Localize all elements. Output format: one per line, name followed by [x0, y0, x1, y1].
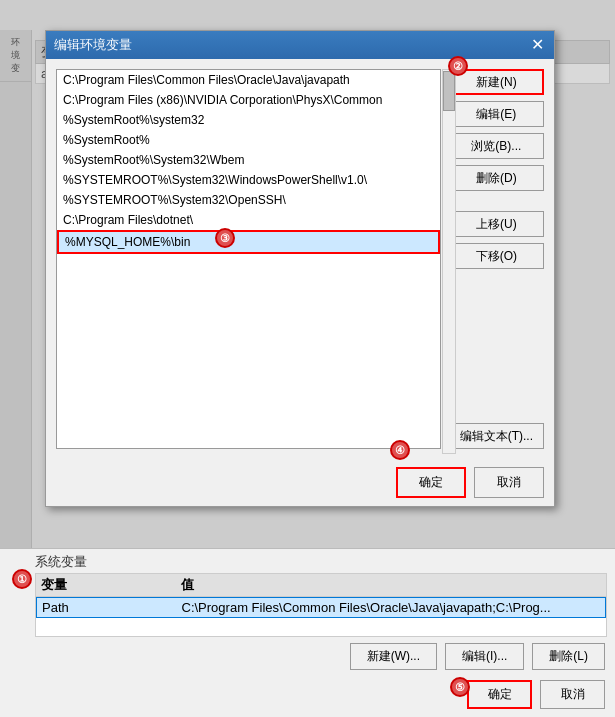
main-edit-button[interactable]: 编辑(I)...: [445, 643, 524, 670]
delete-button[interactable]: 删除(D): [449, 165, 544, 191]
path-list-empty: [57, 254, 440, 414]
path-item-6[interactable]: %SYSTEMROOT%\System32\OpenSSH\: [57, 190, 440, 210]
dialog-footer: 确定 取消: [46, 459, 554, 506]
path-item-7[interactable]: C:\Program Files\dotnet\: [57, 210, 440, 230]
edit-env-dialog: 编辑环境变量 ✕ C:\Program Files\Common Files\O…: [45, 30, 555, 507]
annotation-3: ③: [215, 228, 235, 248]
annotation-1: ①: [12, 569, 32, 589]
path-item-5[interactable]: %SYSTEMROOT%\System32\WindowsPowerShell\…: [57, 170, 440, 190]
dialog-close-button[interactable]: ✕: [529, 37, 546, 53]
move-up-button[interactable]: 上移(U): [449, 211, 544, 237]
system-vars-table: 变量 值 Path C:\Program Files\Common Files\…: [35, 573, 607, 637]
dialog-title: 编辑环境变量: [54, 36, 132, 54]
annotation-5: ⑤: [450, 677, 470, 697]
main-footer-buttons: 新建(W)... 编辑(I)... 删除(L): [0, 637, 615, 676]
edit-text-button[interactable]: 编辑文本(T)...: [449, 423, 544, 449]
main-cancel-button[interactable]: 取消: [540, 680, 605, 709]
annotation-4: ④: [390, 440, 410, 460]
row-var-path: Path: [42, 600, 182, 615]
annotation-2: ②: [448, 56, 468, 76]
path-item-1[interactable]: C:\Program Files (x86)\NVIDIA Corporatio…: [57, 90, 440, 110]
main-ok-button[interactable]: 确定: [467, 680, 532, 709]
row-val-path: C:\Program Files\Common Files\Oracle\Jav…: [182, 600, 601, 615]
path-item-8-selected[interactable]: %MYSQL_HOME%\bin: [57, 230, 440, 254]
header-val: 值: [181, 576, 601, 594]
move-down-button[interactable]: 下移(O): [449, 243, 544, 269]
dialog-button-column: 新建(N) 编辑(E) 浏览(B)... 删除(D) 上移(U) 下移(O) 编…: [449, 69, 544, 449]
path-item-4[interactable]: %SystemRoot%\System32\Wbem: [57, 150, 440, 170]
path-list[interactable]: C:\Program Files\Common Files\Oracle\Jav…: [56, 69, 441, 449]
main-new-button[interactable]: 新建(W)...: [350, 643, 437, 670]
dialog-body: C:\Program Files\Common Files\Oracle\Jav…: [46, 59, 554, 459]
path-item-3[interactable]: %SystemRoot%: [57, 130, 440, 150]
header-var: 变量: [41, 576, 181, 594]
system-vars-label: 系统变量: [0, 549, 615, 573]
scrollbar-thumb[interactable]: [443, 71, 455, 111]
main-delete-button[interactable]: 删除(L): [532, 643, 605, 670]
path-item-2[interactable]: %SystemRoot%\system32: [57, 110, 440, 130]
table-header: 变量 值: [36, 574, 606, 597]
dialog-titlebar: 编辑环境变量 ✕: [46, 31, 554, 59]
dialog-ok-button[interactable]: 确定: [396, 467, 466, 498]
edit-button[interactable]: 编辑(E): [449, 101, 544, 127]
path-item-0[interactable]: C:\Program Files\Common Files\Oracle\Jav…: [57, 70, 440, 90]
dialog-cancel-button[interactable]: 取消: [474, 467, 544, 498]
main-ok-cancel-buttons: 确定 取消: [0, 676, 615, 717]
browse-button[interactable]: 浏览(B)...: [449, 133, 544, 159]
path-list-scrollbar[interactable]: [442, 69, 456, 454]
table-empty-row: [36, 618, 606, 636]
main-bottom-section: 系统变量 变量 值 Path C:\Program Files\Common F…: [0, 548, 615, 717]
highlighted-row[interactable]: Path C:\Program Files\Common Files\Oracl…: [36, 597, 606, 618]
